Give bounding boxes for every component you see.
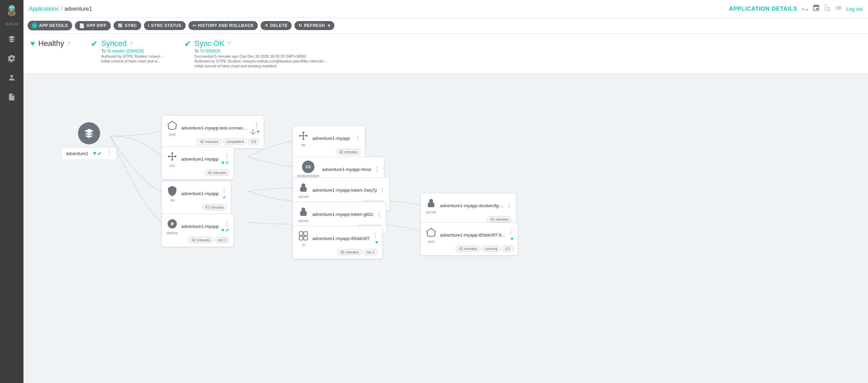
pod1-card[interactable]: pod adventure1-myapp-test-connec... ⋮ ⚓ … — [162, 115, 264, 149]
logout-button[interactable]: Log out — [846, 6, 862, 12]
sidebar: v1.8.1+c — [0, 0, 23, 383]
pod1-heart-icon: ♥ — [257, 129, 260, 134]
ep1-menu[interactable]: ⋮ — [355, 135, 361, 142]
deploy1-time-badge: 42 minutes — [188, 237, 213, 243]
app-diff-button[interactable]: 📄 APP DIFF — [75, 21, 111, 30]
refresh-icon: ↻ — [299, 23, 302, 28]
svg-point-16 — [302, 132, 304, 133]
eps1-name: adventure1-myapp-ntvxz — [322, 167, 371, 172]
secret3-badges: 42 minutes — [425, 216, 512, 222]
deploy1-type: deploy — [167, 231, 178, 235]
refresh-dropdown-icon[interactable]: ▾ — [328, 23, 330, 28]
pod1-status-badge: completed — [223, 138, 247, 145]
deploy1-card[interactable]: deploy adventure1-myapp ⋮ ♥ ✔ 42 minute — [162, 214, 234, 247]
syncok-status-block: ✔ Sync OK ? To To f294628 Succeeded 5 mi… — [184, 39, 327, 68]
deploy1-check-icon: ✔ — [225, 227, 230, 233]
svg-rect-22 — [300, 187, 307, 192]
sidebar-item-layers[interactable] — [6, 33, 18, 45]
syncok-commit: initial commit of helm chart and working… — [195, 64, 327, 68]
synced-link[interactable]: To master (f294628) — [107, 49, 144, 54]
root-node-info: adventure1 ♥ ✔ ⋮ — [61, 147, 117, 160]
secret3-time-badge: 42 minutes — [487, 216, 512, 222]
list-icon[interactable] — [835, 4, 842, 13]
app-details-button[interactable]: i APP DETAILS — [28, 21, 72, 30]
sync-button[interactable]: 🔄 SYNC — [114, 21, 141, 30]
eps1-menu[interactable]: ⋮ — [374, 166, 380, 173]
rs1-rev-badge: rev:1 — [363, 249, 378, 255]
root-check-icon: ✔ — [97, 150, 102, 157]
sidebar-item-docs[interactable] — [6, 91, 18, 103]
health-heart-icon: ♥ — [30, 39, 35, 48]
synced-status-block: ✔ Synced ? To To master (f294628) Author… — [91, 39, 163, 63]
sa1-icon — [166, 185, 178, 197]
secret3-card[interactable]: secret adventure1-myapp-dockercfg-... ⋮ … — [420, 193, 516, 226]
syncok-question-icon[interactable]: ? — [228, 41, 231, 46]
svc1-menu[interactable]: ⋮ — [224, 153, 230, 159]
sa1-menu[interactable]: ⋮ — [221, 187, 227, 194]
secret2-menu[interactable]: ⋮ — [376, 211, 382, 218]
synced-question-icon[interactable]: ? — [130, 41, 133, 46]
svc1-health: ♥ ✔ — [221, 160, 229, 165]
network-icon[interactable] — [812, 4, 820, 13]
sidebar-item-user[interactable] — [6, 71, 18, 84]
rs1-time-badge: 42 minutes — [337, 249, 362, 255]
svg-point-14 — [302, 135, 304, 136]
root-node[interactable]: adventure1 ♥ ✔ ⋮ — [61, 122, 117, 160]
secret3-type: secret — [426, 210, 436, 214]
ep1-badges: 42 minutes — [297, 149, 361, 155]
pod2-card[interactable]: pod adventure1-myapp-85ddc6f7-9... ⋮ ♥ 4… — [420, 222, 518, 256]
filter-icon[interactable]: ⬦▾ — [801, 5, 809, 12]
history-button[interactable]: ↩ HISTORY AND ROLLBACK — [188, 21, 258, 30]
sa1-time-badge: 42 minutes — [202, 204, 227, 210]
secret3-menu[interactable]: ⋮ — [506, 202, 512, 209]
sidebar-item-settings[interactable] — [6, 52, 18, 65]
health-question-icon[interactable]: ? — [68, 41, 70, 46]
eps1-icon: ES — [302, 161, 314, 173]
logo[interactable] — [4, 3, 19, 19]
health-status-block: ♥ Healthy ? — [30, 39, 70, 48]
pod2-menu[interactable]: ⋮ — [508, 229, 514, 235]
secret2-icon — [297, 205, 310, 218]
syncok-link[interactable]: To f294628 — [200, 49, 220, 54]
deploy1-heart-icon: ♥ — [221, 227, 224, 233]
secret3-name: adventure1-myapp-dockercfg-... — [440, 203, 504, 208]
refresh-button[interactable]: ↻ REFRESH ▾ — [294, 21, 334, 30]
svc1-time-badge: 42 minutes — [205, 170, 230, 176]
svc1-badges: 42 minutes — [166, 170, 230, 176]
svg-rect-24 — [299, 232, 303, 236]
sa1-check-icon: ✔ — [223, 194, 227, 200]
history-icon: ↩ — [193, 23, 196, 28]
svc1-card[interactable]: svc adventure1-myapp ⋮ ♥ ✔ 42 minutes — [162, 146, 234, 180]
pod1-type: pod — [169, 132, 175, 136]
graph-area[interactable]: adventure1 ♥ ✔ ⋮ — [23, 74, 868, 383]
pod1-menu[interactable]: ⋮ — [254, 122, 260, 128]
svg-rect-28 — [428, 203, 435, 207]
apps-link[interactable]: Applications — [29, 6, 59, 12]
svg-point-15 — [306, 135, 308, 136]
ep1-card[interactable]: ep adventure1-myapp ⋮ 42 minutes — [293, 126, 365, 159]
root-node-icon — [78, 122, 100, 144]
delete-button[interactable]: ✕ DELETE — [261, 21, 292, 30]
diff-icon: 📄 — [79, 23, 85, 28]
svg-point-2 — [10, 7, 11, 8]
secret1-menu[interactable]: ⋮ — [380, 187, 385, 193]
layout-icon[interactable] — [823, 4, 831, 13]
root-node-badges: ♥ ✔ — [93, 150, 102, 157]
synced-check-icon: ✔ — [91, 39, 98, 49]
sync-status-button[interactable]: i SYNC STATUS — [144, 21, 186, 30]
svg-point-6 — [175, 155, 176, 157]
deploy1-badges: 42 minutes rev:1 — [166, 237, 230, 243]
rs1-menu[interactable]: ⋮ — [372, 232, 378, 239]
rs1-card[interactable]: rs adventure1-myapp-85ddc6f7 ⋮ ♥ 42 minu… — [293, 226, 382, 259]
root-menu-icon[interactable]: ⋮ — [107, 150, 112, 157]
svg-point-17 — [302, 138, 304, 140]
pod2-name: adventure1-myapp-85ddc6f7-9... — [440, 232, 505, 238]
toolbar: i APP DETAILS 📄 APP DIFF 🔄 SYNC i SYNC S… — [23, 18, 868, 33]
secret2-type: secret — [298, 219, 309, 223]
sa1-card[interactable]: sa adventure1-myapp ⋮ ✔ 42 minutes — [162, 181, 231, 214]
pod2-heart-icon: ♥ — [510, 236, 513, 241]
pod1-anchor-icon: ⚓ — [250, 129, 256, 134]
app-details-icon: i — [32, 23, 37, 28]
sa1-type: sa — [170, 198, 174, 202]
deploy1-menu[interactable]: ⋮ — [224, 220, 230, 227]
